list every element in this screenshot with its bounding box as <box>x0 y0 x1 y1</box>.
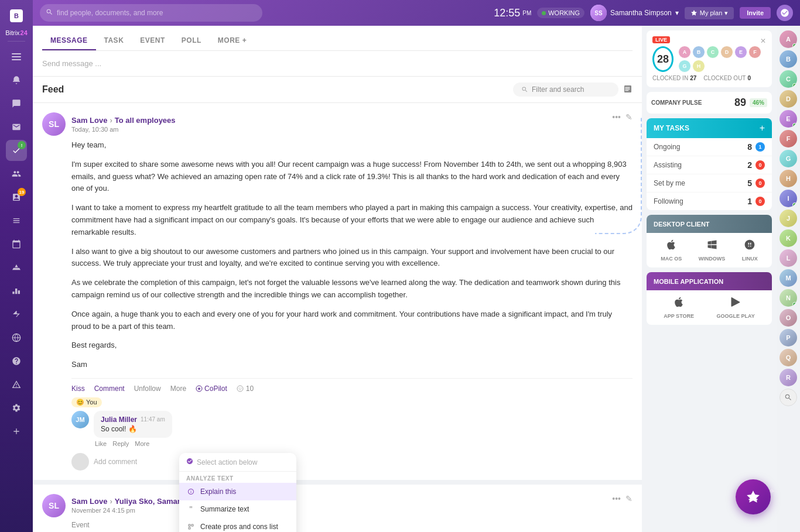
platform-macos[interactable]: MAC OS <box>661 239 682 262</box>
header-extra-icon[interactable] <box>777 5 793 21</box>
user-avatar: SS <box>590 5 607 21</box>
right-avatar-3[interactable]: C <box>780 70 797 88</box>
sidebar-icon-drive[interactable] <box>6 257 27 278</box>
sidebar-icon-tasks[interactable]: ! <box>6 140 27 161</box>
copilot-search-input[interactable] <box>197 458 289 466</box>
sidebar-icon-help[interactable] <box>6 351 27 372</box>
action-comment[interactable]: Comment <box>94 385 125 393</box>
search-bar[interactable] <box>40 4 262 22</box>
right-avatar-11[interactable]: K <box>780 229 797 247</box>
comment-like[interactable]: Like <box>95 440 107 447</box>
sidebar-icon-calendar[interactable] <box>6 234 27 255</box>
sidebar-icon-bell[interactable] <box>6 70 27 91</box>
copilot-item-summarize[interactable]: " Summarize text <box>179 500 296 518</box>
comment-author-1[interactable]: Julia Miller <box>101 416 137 424</box>
post-more-icon-2[interactable]: ••• <box>612 494 621 503</box>
tab-task[interactable]: TASK <box>96 32 132 50</box>
sidebar-icon-feed[interactable] <box>6 210 27 231</box>
platform-linux[interactable]: LINUX <box>742 239 758 262</box>
tab-message[interactable]: MESSAGE <box>42 32 96 50</box>
right-avatar-7[interactable]: G <box>780 150 797 167</box>
sidebar-icon-crm[interactable]: 19 <box>6 187 27 208</box>
avatars-column: A B C D E F G H I J K L M <box>777 26 800 532</box>
task-label-setbyme: Set by me <box>654 179 685 187</box>
search-input[interactable] <box>57 9 257 17</box>
right-avatar-4[interactable]: D <box>780 90 797 108</box>
comment-time-1: 11:47 am <box>141 416 165 423</box>
right-avatar-search[interactable] <box>780 389 797 406</box>
right-avatar-18[interactable]: R <box>780 369 797 386</box>
right-avatar-14[interactable]: N <box>780 289 797 307</box>
apple-icon <box>665 239 677 253</box>
app-logo[interactable]: B <box>8 5 25 27</box>
user-profile[interactable]: SS Samantha Simpson ▾ <box>590 5 679 21</box>
post-menu-1[interactable]: ••• ✎ <box>612 112 633 122</box>
working-status[interactable]: WORKING <box>537 8 584 18</box>
author-name-2[interactable]: Sam Love <box>71 497 107 506</box>
post-more-icon[interactable]: ••• <box>612 112 621 122</box>
task-row-assisting[interactable]: Assisting 2 0 <box>647 156 772 174</box>
post-type-label: Event <box>71 521 633 529</box>
google-play-item[interactable]: GOOGLE PLAY <box>717 296 755 319</box>
right-avatar-10[interactable]: J <box>780 210 797 227</box>
right-avatar-8[interactable]: H <box>780 170 797 187</box>
sidebar-icon-analytics[interactable] <box>6 280 27 301</box>
feed-filter-icon[interactable] <box>623 84 633 95</box>
post-edit-icon-2[interactable]: ✎ <box>625 494 633 503</box>
platform-windows[interactable]: WINDOWS <box>699 239 726 262</box>
right-avatar-9[interactable]: I <box>780 190 797 207</box>
post-composer: MESSAGE TASK EVENT POLL MORE + Send mess… <box>33 26 642 77</box>
sidebar-icon-menu[interactable] <box>6 46 27 67</box>
sidebar-icon-sites[interactable] <box>6 327 27 348</box>
task-row-following[interactable]: Following 1 0 <box>647 193 772 210</box>
task-row-setbyme[interactable]: Set by me 5 0 <box>647 174 772 193</box>
action-copilot[interactable]: CoPilot <box>196 385 227 393</box>
sidebar-icon-contacts[interactable] <box>6 163 27 184</box>
post-menu-2[interactable]: ••• ✎ <box>612 494 633 503</box>
sidebar-icon-add[interactable] <box>6 421 27 442</box>
post-para-5: Once again, a huge thank you to each and… <box>71 308 633 333</box>
tab-poll[interactable]: POLL <box>173 32 210 50</box>
comment-bubble-1: Julia Miller 11:47 am So cool! 🔥 <box>94 411 172 438</box>
plan-button[interactable]: My plan ▾ <box>685 7 734 19</box>
tab-event[interactable]: EVENT <box>132 32 173 50</box>
right-avatar-6[interactable]: F <box>780 130 797 147</box>
fab-copilot-button[interactable] <box>736 479 771 514</box>
comment-more[interactable]: More <box>135 440 149 447</box>
task-row-ongoing[interactable]: Ongoing 8 1 <box>647 138 772 156</box>
sidebar-icon-alerts[interactable] <box>6 374 27 395</box>
right-avatar-17[interactable]: Q <box>780 349 797 366</box>
author-name-1[interactable]: Sam Love <box>71 116 107 125</box>
copilot-item-proscons[interactable]: Create pros and cons list <box>179 518 296 532</box>
copilot-item-explain[interactable]: Explain this <box>179 483 296 500</box>
right-avatar-5[interactable]: E <box>780 110 797 128</box>
right-avatar-2[interactable]: B <box>780 50 797 68</box>
feed-search[interactable]: Filter and search <box>513 83 618 97</box>
tab-more[interactable]: MORE + <box>210 32 255 50</box>
sidebar-icon-chat[interactable] <box>6 93 27 114</box>
right-avatar-1[interactable]: A <box>780 30 797 48</box>
composer-input-area[interactable]: Send message ... <box>42 57 633 70</box>
app-store-item[interactable]: APP STORE <box>664 296 694 319</box>
comment-reply[interactable]: Reply <box>112 440 129 447</box>
right-avatar-15[interactable]: O <box>780 309 797 327</box>
task-badge-ongoing: 1 <box>755 142 765 152</box>
action-unfollow[interactable]: Unfollow <box>134 385 161 393</box>
sidebar-icon-automation[interactable] <box>6 304 27 325</box>
add-comment-input[interactable]: Add comment <box>94 458 633 466</box>
action-more[interactable]: More <box>170 385 186 393</box>
sidebar-icon-settings[interactable] <box>6 397 27 418</box>
sidebar-icon-mail[interactable] <box>6 116 27 138</box>
post-edit-icon[interactable]: ✎ <box>625 112 633 122</box>
action-kiss[interactable]: Kiss <box>71 385 85 393</box>
task-count-following: 1 <box>747 197 752 206</box>
comment-avatar-1: JM <box>71 411 89 428</box>
right-avatar-12[interactable]: L <box>780 249 797 267</box>
linux-icon <box>744 239 755 253</box>
invite-button[interactable]: Invite <box>740 7 771 19</box>
right-avatar-13[interactable]: M <box>780 269 797 287</box>
tasks-add-icon[interactable]: + <box>760 123 765 133</box>
live-close-icon[interactable]: ✕ <box>760 37 766 45</box>
right-avatar-16[interactable]: P <box>780 329 797 346</box>
author-recipient-1: To all employees <box>115 116 176 125</box>
